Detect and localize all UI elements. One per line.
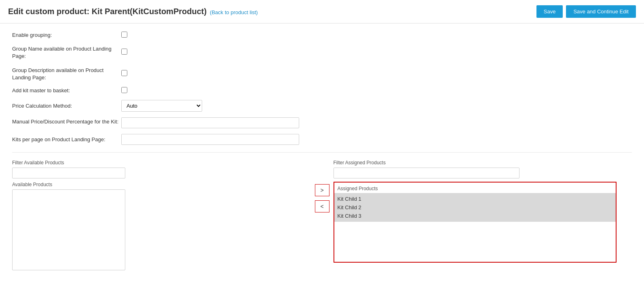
- header-left: Edit custom product: Kit Parent(KitCusto…: [8, 7, 258, 16]
- assigned-products-list: Kit Child 1Kit Child 2Kit Child 3: [334, 193, 616, 222]
- group-desc-row: Group Description available on Product L…: [12, 66, 632, 81]
- kits-per-page-row: Kits per page on Product Landing Page: 2…: [12, 134, 632, 145]
- filter-assigned-label: Filter Assigned Products: [334, 160, 632, 166]
- section-divider: [12, 152, 632, 153]
- kits-per-page-label: Kits per page on Product Landing Page:: [12, 136, 121, 143]
- enable-grouping-control: [121, 32, 303, 39]
- transfer-buttons: > <: [311, 184, 334, 212]
- page-header: Edit custom product: Kit Parent(KitCusto…: [0, 0, 644, 23]
- transfer-right-button[interactable]: >: [315, 184, 329, 196]
- assigned-products-col: Filter Assigned Products Assigned Produc…: [334, 160, 632, 263]
- price-calc-control: Auto Manual Fixed: [121, 100, 303, 112]
- filter-available-input[interactable]: [12, 168, 125, 178]
- group-name-control: [121, 49, 303, 56]
- group-name-checkbox[interactable]: [121, 49, 127, 55]
- manual-price-control: [121, 117, 303, 128]
- header-buttons: Save Save and Continue Edit: [536, 5, 636, 18]
- enable-grouping-label: Enable grouping:: [12, 32, 121, 39]
- group-name-label: Group Name available on Product Landing …: [12, 45, 121, 60]
- assigned-products-label: Assigned Products: [334, 184, 616, 193]
- main-content: Enable grouping: Group Name available on…: [0, 23, 644, 293]
- back-to-list-link[interactable]: (Back to product list): [210, 9, 258, 15]
- manual-price-label: Manual Price/Discount Percentage for the…: [12, 117, 121, 125]
- add-kit-checkbox[interactable]: [121, 87, 127, 93]
- assigned-list-item[interactable]: Kit Child 2: [338, 203, 612, 212]
- add-kit-control: [121, 87, 303, 94]
- price-calc-row: Price Calculation Method: Auto Manual Fi…: [12, 100, 632, 112]
- save-continue-button[interactable]: Save and Continue Edit: [566, 5, 636, 18]
- save-button[interactable]: Save: [536, 5, 563, 18]
- add-kit-label: Add kit master to basket:: [12, 87, 121, 94]
- transfer-left-button[interactable]: <: [315, 200, 329, 212]
- page-title: Edit custom product: Kit Parent(KitCusto…: [8, 7, 207, 16]
- group-desc-label: Group Description available on Product L…: [12, 66, 121, 81]
- price-calc-select[interactable]: Auto Manual Fixed: [121, 100, 202, 112]
- assigned-list-item[interactable]: Kit Child 3: [338, 212, 612, 220]
- group-name-row: Group Name available on Product Landing …: [12, 45, 632, 60]
- available-products-col: Filter Available Products Available Prod…: [12, 160, 311, 270]
- add-kit-row: Add kit master to basket:: [12, 87, 632, 94]
- kits-per-page-control: 20: [121, 134, 303, 145]
- enable-grouping-row: Enable grouping:: [12, 32, 632, 39]
- group-desc-checkbox[interactable]: [121, 70, 127, 76]
- available-products-label: Available Products: [12, 182, 311, 187]
- assigned-products-wrapper: Assigned Products Kit Child 1Kit Child 2…: [334, 182, 617, 263]
- group-desc-control: [121, 70, 303, 77]
- available-products-listbox[interactable]: [12, 189, 125, 270]
- filter-available-label: Filter Available Products: [12, 160, 311, 166]
- kits-per-page-input[interactable]: 20: [121, 134, 299, 145]
- assigned-list-item[interactable]: Kit Child 1: [338, 195, 612, 203]
- manual-price-row: Manual Price/Discount Percentage for the…: [12, 117, 632, 128]
- filter-assigned-input[interactable]: [334, 168, 519, 178]
- manual-price-input[interactable]: [121, 117, 299, 128]
- enable-grouping-checkbox[interactable]: [121, 32, 127, 38]
- price-calc-label: Price Calculation Method:: [12, 102, 121, 110]
- products-section: Filter Available Products Available Prod…: [12, 160, 632, 270]
